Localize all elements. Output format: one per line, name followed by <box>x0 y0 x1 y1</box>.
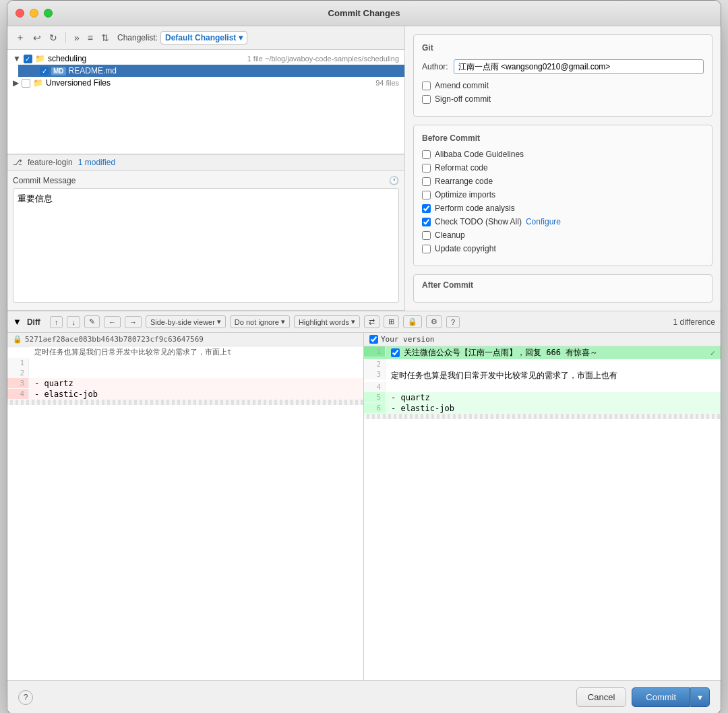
diff-left-line-3: 3 - quartz <box>7 378 363 389</box>
line-checkbox-1[interactable] <box>391 348 400 357</box>
more-btn[interactable]: » <box>71 31 82 44</box>
copyright-label: Update copyright <box>435 244 496 253</box>
line-content-1 <box>29 358 363 359</box>
minimize-button[interactable] <box>30 9 38 18</box>
close-button[interactable] <box>16 9 24 18</box>
modified-count: 1 modified <box>78 158 115 167</box>
checkbox-readme[interactable]: ✓ <box>40 67 49 75</box>
add-btn[interactable]: ＋ <box>13 30 28 45</box>
separator1 <box>65 32 66 43</box>
rearrange-checkbox[interactable] <box>422 177 431 186</box>
line-num-2: 2 <box>7 368 29 378</box>
alibaba-checkbox[interactable] <box>422 150 431 159</box>
copyright-checkbox[interactable] <box>422 245 431 253</box>
commit-dropdown-arrow[interactable]: ▼ <box>690 687 710 707</box>
ignore-select[interactable]: Do not ignore ▾ <box>230 315 290 328</box>
copyright-row: Update copyright <box>422 244 704 253</box>
sign-off-row: Sign-off commit <box>422 94 704 104</box>
right-line-num-3: 3 <box>364 369 386 379</box>
tree-item-scheduling[interactable]: ▼ ✓ 📁 scheduling 1 file ~/blog/javaboy-c… <box>7 53 404 65</box>
amend-commit-row: Amend commit <box>422 81 704 90</box>
difference-count: 1 difference <box>673 317 716 327</box>
changelist-select[interactable]: Default Changelist ▾ <box>160 31 247 44</box>
cleanup-checkbox[interactable] <box>422 231 431 240</box>
right-line-content-6: - elastic-job <box>386 403 721 414</box>
configure-link[interactable]: Configure <box>526 217 561 226</box>
diff-right-line-5: 5 - quartz <box>364 392 721 403</box>
perform-checkbox[interactable] <box>422 204 431 213</box>
viewer-label: Side-by-side viewer <box>150 318 215 326</box>
cancel-button[interactable]: Cancel <box>576 687 626 707</box>
unversioned-label: Unversioned Files <box>46 78 373 88</box>
diff-left-line-1: 1 <box>7 358 363 368</box>
checkbox-unversioned[interactable] <box>22 79 30 88</box>
status-bar: ⎇ feature-login 1 modified <box>7 154 404 170</box>
perform-row: Perform code analysis <box>422 204 704 213</box>
right-line-content-4 <box>386 382 721 383</box>
checkbox-scheduling[interactable]: ✓ <box>24 55 32 63</box>
amend-commit-label: Amend commit <box>435 81 489 90</box>
right-line-content-1: 关注微信公众号【江南一点雨】，回复 666 有惊喜～ ✓ <box>386 346 721 359</box>
edit-btn[interactable]: ✎ <box>84 315 100 328</box>
diff-right-line-6: 6 - elastic-job <box>364 403 721 414</box>
refresh-btn[interactable]: ↻ <box>47 31 60 44</box>
sign-off-checkbox[interactable] <box>422 95 431 104</box>
viewer-select[interactable]: Side-by-side viewer ▾ <box>146 315 226 328</box>
optimize-label: Optimize imports <box>435 190 495 199</box>
before-commit-title: Before Commit <box>422 133 704 143</box>
next-diff-btn[interactable]: → <box>125 316 142 328</box>
file-toolbar: ＋ ↩ ↻ » ≡ ⇅ Changelist: Default Changeli… <box>7 26 404 50</box>
columns-btn[interactable]: ⊞ <box>384 315 399 328</box>
tree-item-readme[interactable]: ✓ MD README.md <box>18 65 404 77</box>
author-input[interactable] <box>454 59 704 74</box>
scheduling-meta: 1 file ~/blog/javaboy-code-samples/sched… <box>247 55 399 63</box>
undo-btn[interactable]: ↩ <box>30 31 44 44</box>
help-button[interactable]: ? <box>18 690 33 705</box>
optimize-checkbox[interactable] <box>422 191 431 199</box>
commit-button[interactable]: Commit <box>632 687 690 707</box>
diff-content: 🔒 5271aef28ace083bb4643b780723cf9c636475… <box>7 333 721 680</box>
amend-commit-checkbox[interactable] <box>422 82 431 90</box>
triangle-collapsed-icon: ▶ <box>13 78 19 88</box>
unversioned-meta: 94 files <box>375 79 399 87</box>
diff-section: ▼ Diff ↑ ↓ ✎ ← → Side-by-side viewer ▾ D… <box>7 311 721 680</box>
line-num-1: 1 <box>7 358 29 368</box>
commit-message-input[interactable]: 重要信息 <box>13 188 399 303</box>
tree-item-unversioned[interactable]: ▶ 📁 Unversioned Files 94 files <box>7 77 404 89</box>
diff-right-panel: Your version 1 关注微信公众号【江南一点雨】，回复 666 有惊喜… <box>364 333 721 680</box>
collapse-btn[interactable]: ⇅ <box>98 31 112 44</box>
diff-right-line-3: 3 定时任务也算是我们日常开发中比较常见的需求了，市面上也有 <box>364 369 721 382</box>
scroll-down-btn[interactable]: ↓ <box>67 316 80 328</box>
diff-right-header: Your version <box>364 333 721 346</box>
your-version-checkbox[interactable] <box>369 335 378 344</box>
author-row: Author: <box>422 59 704 74</box>
highlight-select[interactable]: Highlight words ▾ <box>294 315 360 328</box>
cleanup-row: Cleanup <box>422 230 704 240</box>
chevron-down-icon: ▾ <box>217 317 221 326</box>
lock-btn[interactable]: 🔒 <box>403 315 422 328</box>
scroll-up-btn[interactable]: ↑ <box>50 316 63 328</box>
changelist-label: Changelist: <box>117 33 158 42</box>
right-panel: Git Author: Amend commit Sign-off commit <box>405 26 721 311</box>
reformat-label: Reformat code <box>435 163 488 173</box>
bottom-right-buttons: Cancel Commit ▼ <box>576 687 710 707</box>
line-num-3: 3 <box>7 378 29 388</box>
todo-checkbox[interactable] <box>422 218 431 226</box>
todo-row: Check TODO (Show All) Configure <box>422 217 704 226</box>
after-commit-title: After Commit <box>422 280 704 290</box>
left-file-hash: 5271aef28ace083bb4643b780723cf9c63647569 <box>25 335 204 344</box>
sync-btn[interactable]: ⇄ <box>364 315 380 328</box>
clock-icon[interactable]: 🕐 <box>389 176 399 185</box>
commit-message-area: Commit Message 🕐 重要信息 <box>7 170 404 311</box>
prev-diff-btn[interactable]: ← <box>104 316 121 328</box>
after-commit-section: After Commit <box>413 274 712 303</box>
settings-btn[interactable]: ⚙ <box>426 315 442 328</box>
diff-collapse-icon[interactable]: ▼ <box>13 317 22 327</box>
reformat-checkbox[interactable] <box>422 164 431 173</box>
file-tree[interactable]: ▼ ✓ 📁 scheduling 1 file ~/blog/javaboy-c… <box>7 50 404 154</box>
maximize-button[interactable] <box>44 9 53 18</box>
right-line-num-1: 1 <box>364 346 386 356</box>
commit-message-header: Commit Message 🕐 <box>13 176 399 185</box>
expand-btn[interactable]: ≡ <box>85 31 96 44</box>
help-diff-btn[interactable]: ? <box>446 316 460 328</box>
